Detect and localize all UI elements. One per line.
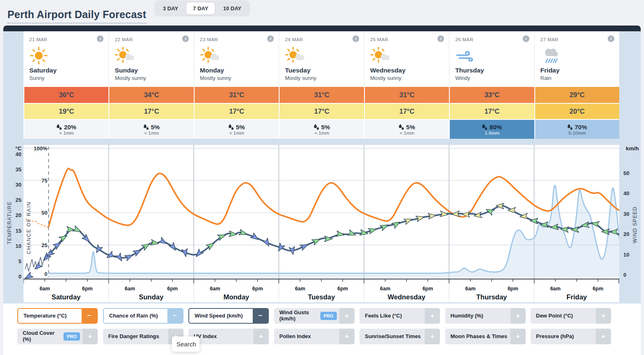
add-metric-icon[interactable]: + [596,308,611,324]
metric-button-moon-phases-times[interactable]: Moon Phases & Times+ [445,329,526,344]
metric-button-wind-gusts-km-h[interactable]: Wind Gusts (km/h)PRO+ [274,308,355,324]
high-temp-cell: 33°C [449,87,534,103]
metric-button-wind-speed-km-h[interactable]: Wind Speed (km/h)− [188,308,269,324]
svg-text:6pm: 6pm [252,286,263,292]
rain-amount-value: < 1mm [400,131,414,135]
metric-label: Fire Danger Ratings [103,334,168,340]
high-temp-value: 31°C [399,91,414,99]
day-card-friday[interactable]: 27 MAR i Friday Rain [534,31,619,87]
metric-button-pollen-index[interactable]: Pollen Index+ [274,329,355,344]
info-icon[interactable]: i [353,35,359,42]
metric-button-humidity[interactable]: Humidity (%)+ [445,308,526,324]
windy-icon [455,46,528,66]
high-temp-value: 33°C [484,91,500,99]
tab-7-day[interactable]: 7 DAY [186,2,215,15]
tab-3-day[interactable]: 3 DAY [156,2,185,15]
remove-metric-icon[interactable]: − [253,309,268,323]
low-temp-value: 17°C [229,107,244,115]
metric-button-uv-index[interactable]: UV Index+ [188,329,269,344]
add-metric-icon[interactable]: + [510,308,526,324]
svg-text:6am: 6am [465,286,475,292]
info-icon[interactable]: i [608,35,614,42]
rain-chance-value: 20% [64,124,76,131]
svg-text:Monday: Monday [223,293,249,301]
svg-text:6pm: 6pm [593,286,604,292]
svg-text:6am: 6am [380,286,390,292]
svg-text:25: 25 [42,242,47,248]
metric-button-sunrise-sunset-times[interactable]: Sunrise/Sunset Times+ [360,329,440,344]
pro-badge: PRO [320,312,337,320]
info-icon[interactable]: i [97,35,103,42]
info-icon[interactable]: i [437,35,444,42]
temp-axis-label: TEMPERATURE [7,201,12,245]
metric-button-temperature-c[interactable]: Temperature (°C)− [17,308,98,324]
rain-amount-value: < 1mm [59,131,73,135]
low-temp-cell: 17°C [108,103,193,119]
day-card-tuesday[interactable]: 24 MAR i Tuesday Mostly sunny [279,31,364,87]
mostly-sunny-icon [200,46,273,66]
temp-axis-tick: 15 [3,228,21,234]
add-metric-icon[interactable]: + [596,329,611,344]
day-card-sunday[interactable]: 22 MAR i Sunday Mostly sunny [108,31,193,87]
temp-axis-tick: 20 [3,212,21,218]
info-icon[interactable]: i [267,35,274,42]
metric-button-pressure-hpa[interactable]: Pressure (hPa)+ [531,329,611,344]
metric-button-fire-danger-ratings[interactable]: Fire Danger Ratings+ [103,329,183,344]
add-metric-icon[interactable]: + [82,329,98,344]
metric-button-cloud-cover[interactable]: Cloud Cover (%)PRO+ [17,329,98,344]
day-date: 24 MAR [285,37,303,42]
rain-chance-cell: 5% < 1mm [364,119,449,139]
svg-text:6pm: 6pm [167,286,178,292]
rain-chance-cell: 80% 1-5mm [449,119,534,139]
add-metric-icon[interactable]: + [425,329,440,344]
widget-top-bar [3,26,641,31]
add-metric-icon[interactable]: + [425,308,440,324]
day-card-wednesday[interactable]: 25 MAR i Wednesday Mostly sunny [364,31,449,87]
remove-metric-icon[interactable]: − [167,309,183,323]
high-temp-value: 34°C [144,91,159,99]
temp-axis-tick: 0 [3,273,21,280]
add-metric-icon[interactable]: + [254,329,269,344]
temp-axis-tick: 5 [3,258,21,264]
chart-frame: 21 MAR i Saturday Sunny 36°C 19°C 20% < … [3,31,641,304]
metric-button-feels-like-c[interactable]: Feels Like (°C)+ [360,308,440,324]
raindrop-icon [567,124,573,131]
tab-10-day[interactable]: 10 DAY [216,2,248,15]
search-tooltip: Search [172,336,200,352]
day-date: 23 MAR [200,37,218,42]
low-temp-cell: 17°C [279,103,364,119]
wind-axis-tick: 10 [623,252,629,258]
day-name: Saturday [29,67,103,74]
info-icon[interactable]: i [182,35,189,42]
day-date: 25 MAR [370,37,388,42]
day-card-monday[interactable]: 23 MAR i Monday Mostly sunny [194,31,279,87]
low-temp-value: 17°C [144,107,159,115]
day-column-sunday: 22 MAR i Sunday Mostly sunny 34°C 17°C 5… [108,31,193,139]
metric-button-dew-point-c[interactable]: Dew Point (°C)+ [531,308,611,324]
add-metric-icon[interactable]: + [339,329,355,344]
metric-label: Pressure (hPa) [531,334,596,340]
pro-badge: PRO [63,332,80,341]
low-temp-cell: 19°C [24,103,108,119]
svg-text:6am: 6am [295,286,305,292]
info-icon[interactable]: i [523,35,529,42]
day-card-thursday[interactable]: 26 MAR i Thursday Windy [449,31,534,87]
day-condition: Mostly sunny [285,75,358,81]
svg-text:6am: 6am [125,286,135,292]
metric-button-chance-of-rain[interactable]: Chance of Rain (%)− [103,308,183,324]
add-metric-icon[interactable]: + [339,308,355,324]
rain-icon [541,46,613,66]
high-temp-cell: 31°C [279,87,364,103]
svg-text:50: 50 [42,210,47,216]
wind-axis-unit: km/h [626,145,639,152]
remove-metric-icon[interactable]: − [82,309,97,323]
metric-label: Temperature (°C) [18,313,82,319]
metric-label: Chance of Rain (%) [104,313,167,319]
low-temp-value: 17°C [314,107,329,115]
day-date: 27 MAR [541,37,559,42]
low-temp-cell: 17°C [449,103,534,119]
svg-text:6am: 6am [210,286,220,292]
day-card-saturday[interactable]: 21 MAR i Saturday Sunny [24,31,108,87]
add-metric-icon[interactable]: + [510,329,526,344]
temp-axis-tick: 40 [3,151,21,157]
